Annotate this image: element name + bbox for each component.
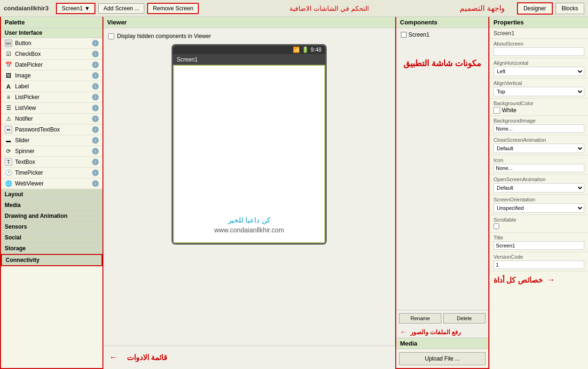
delete-button[interactable]: Delete xyxy=(443,313,486,323)
datepicker-info-icon[interactable]: i xyxy=(92,62,99,68)
components-panel: Components Screen1 مكونات شاشة التطبيق R… xyxy=(396,17,488,326)
screen-orientation-label: ScreenOrientation xyxy=(494,197,584,202)
palette-item-slider[interactable]: ▬ Slider i xyxy=(1,135,102,146)
palette-item-checkbox[interactable]: ☑ CheckBox i xyxy=(1,49,102,60)
phone-time: 9:48 xyxy=(311,46,321,53)
palette-item-label: WebViewer xyxy=(15,180,89,187)
upload-arrow-icon: ← xyxy=(400,328,407,336)
prop-about-screen: AboutScreen xyxy=(490,39,588,58)
properties-annotation-row: خصائص كل أداة → xyxy=(490,271,588,289)
icon-label: Icon xyxy=(494,157,584,163)
add-screen-button[interactable]: Add Screen ... xyxy=(98,3,144,14)
palette-item-passwordtextbox[interactable]: •• PasswordTextBox i xyxy=(1,124,102,135)
textbox-info-icon[interactable]: i xyxy=(92,159,99,165)
background-image-input[interactable] xyxy=(494,124,584,133)
listview-info-icon[interactable]: i xyxy=(92,105,99,111)
palette-item-label: Spinner xyxy=(15,148,89,154)
spinner-info-icon[interactable]: i xyxy=(92,148,99,154)
layout-section[interactable]: Layout xyxy=(1,189,102,200)
user-interface-section: User Interface xyxy=(1,28,102,38)
prop-align-vertical: AlignVertical Top Center Bottom xyxy=(490,78,588,99)
title-label: Title xyxy=(494,235,584,240)
align-vertical-select[interactable]: Top Center Bottom xyxy=(494,87,584,96)
textbox-icon: T xyxy=(5,158,12,166)
social-section[interactable]: Social xyxy=(1,232,102,243)
prop-background-image: BackgroundImage xyxy=(490,116,588,135)
button-info-icon[interactable]: i xyxy=(92,40,99,46)
right-arrow-icon: → xyxy=(547,275,555,285)
checkbox-info-icon[interactable]: i xyxy=(92,51,99,57)
screen1-button[interactable]: Screen1 ▼ xyxy=(56,3,95,14)
palette-item-listview[interactable]: ☰ ListView i xyxy=(1,103,102,114)
about-screen-input[interactable] xyxy=(494,47,584,56)
palette-item-label: TimePicker xyxy=(15,169,89,176)
drawing-section[interactable]: Drawing and Animation xyxy=(1,211,102,222)
about-screen-label: AboutScreen xyxy=(494,41,584,46)
arabic-design-text: واجهة التصميم xyxy=(460,4,504,13)
timepicker-info-icon[interactable]: i xyxy=(92,169,99,176)
media-body: Upload File ... xyxy=(396,349,488,368)
label-info-icon[interactable]: i xyxy=(92,83,99,90)
listpicker-icon: ≡ xyxy=(5,93,12,101)
palette-item-webviewer[interactable]: 🌐 WebViewer i xyxy=(1,178,102,189)
spinner-icon: ⟳ xyxy=(5,147,12,155)
connectivity-section[interactable]: Connectivity xyxy=(1,254,102,266)
blocks-tab[interactable]: Blocks xyxy=(556,3,584,14)
remove-screen-button[interactable]: Remove Screen xyxy=(147,3,199,14)
palette-item-label[interactable]: A Label i xyxy=(1,81,102,92)
palette-item-spinner[interactable]: ⟳ Spinner i xyxy=(1,146,102,157)
screen1-checkbox[interactable] xyxy=(401,32,407,38)
palette-item-label: DatePicker xyxy=(15,62,89,68)
palette-item-listpicker[interactable]: ≡ ListPicker i xyxy=(1,92,102,103)
version-code-input[interactable] xyxy=(494,261,584,269)
webviewer-info-icon[interactable]: i xyxy=(92,180,99,187)
palette-item-label: Slider xyxy=(15,137,89,144)
color-swatch-white[interactable] xyxy=(494,107,500,114)
align-horizontal-label: AlignHorizontal xyxy=(494,60,584,66)
prop-icon: Icon xyxy=(490,155,588,175)
prop-scrollable: Scrollable xyxy=(490,215,588,233)
palette-item-datepicker[interactable]: 📅 DatePicker i xyxy=(1,60,102,70)
properties-screen-label: Screen1 xyxy=(490,28,588,39)
media-section[interactable]: Media xyxy=(1,200,102,211)
align-horizontal-select[interactable]: Left Center Right xyxy=(494,67,584,76)
close-screen-select[interactable]: Default xyxy=(494,144,584,153)
sensors-section[interactable]: Sensors xyxy=(1,222,102,232)
screen1-component-label: Screen1 xyxy=(408,31,430,38)
open-screen-select[interactable]: Default xyxy=(494,183,584,192)
hidden-components-checkbox[interactable] xyxy=(108,33,114,39)
phone-title-bar: Screen1 xyxy=(173,54,325,65)
scrollable-checkbox[interactable] xyxy=(494,223,499,229)
hidden-components-label: Display hidden components in Viewer xyxy=(117,33,211,39)
notifier-info-icon[interactable]: i xyxy=(92,115,99,122)
close-screen-label: CloseScreenAnimation xyxy=(494,137,584,143)
palette-item-label: Notifier xyxy=(15,115,89,122)
screen1-component-item[interactable]: Screen1 xyxy=(398,30,486,39)
slider-info-icon[interactable]: i xyxy=(92,137,99,144)
components-body: Screen1 مكونات شاشة التطبيق xyxy=(396,28,488,310)
screen-orientation-select[interactable]: Unspecified Portrait Landscape xyxy=(494,203,584,213)
upload-file-button[interactable]: Upload File ... xyxy=(399,352,486,365)
checkbox-icon: ☑ xyxy=(5,50,12,58)
palette-item-textbox[interactable]: T TextBox i xyxy=(1,157,102,168)
prop-background-color: BackgroundColor White xyxy=(490,99,588,116)
palette-item-image[interactable]: 🖼 Image i xyxy=(1,70,102,81)
phone-body[interactable]: كن داعيا للخير www.condaianllkhir.com xyxy=(173,65,325,243)
listpicker-info-icon[interactable]: i xyxy=(92,94,99,100)
designer-tab[interactable]: Designer xyxy=(517,2,553,15)
storage-section[interactable]: Storage xyxy=(1,243,102,254)
title-input[interactable] xyxy=(494,241,584,250)
password-info-icon[interactable]: i xyxy=(92,126,99,133)
palette-item-button[interactable]: btn Button i xyxy=(1,38,102,49)
palette-item-timepicker[interactable]: 🕐 TimePicker i xyxy=(1,168,102,178)
notifier-icon: ⚠ xyxy=(5,115,12,123)
background-color-value: White xyxy=(502,107,517,114)
bottom-annotation-area: ← قائمة الادوات xyxy=(103,346,395,369)
rename-button[interactable]: Rename xyxy=(399,313,441,323)
palette-item-notifier[interactable]: ⚠ Notifier i xyxy=(1,114,102,124)
icon-input[interactable] xyxy=(494,164,584,172)
image-info-icon[interactable]: i xyxy=(92,72,99,79)
arabic-control-text: التحكم في الشاشات الاضافية xyxy=(202,5,457,12)
prop-open-animation: OpenScreenAnimation Default xyxy=(490,175,588,195)
palette-panel: Palette User Interface btn Button i ☑ Ch… xyxy=(0,17,103,369)
